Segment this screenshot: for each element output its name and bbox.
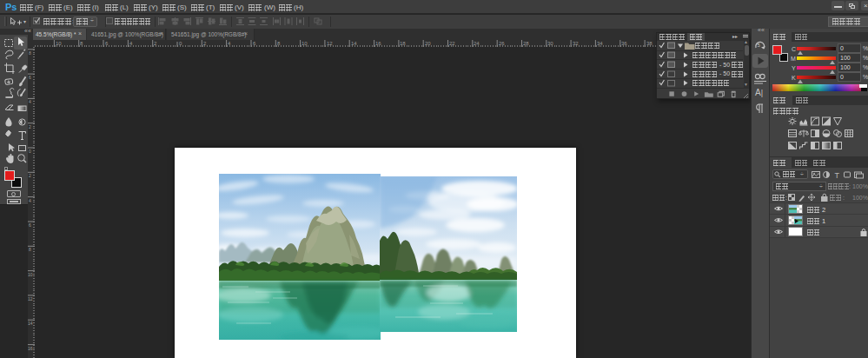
- svg-text:8: 8: [277, 41, 281, 46]
- svg-text:8: 8: [80, 41, 83, 46]
- svg-text:4: 4: [29, 198, 31, 203]
- svg-text:36: 36: [621, 41, 627, 46]
- svg-text:4: 4: [29, 99, 31, 104]
- svg-text:16: 16: [375, 41, 381, 46]
- svg-text:10: 10: [56, 41, 62, 46]
- svg-text:34: 34: [597, 41, 603, 46]
- svg-text:18: 18: [400, 41, 406, 46]
- svg-text:22: 22: [449, 41, 455, 46]
- svg-text:2: 2: [154, 41, 157, 46]
- svg-text:2: 2: [29, 124, 31, 129]
- svg-text:30: 30: [547, 41, 553, 46]
- svg-text:12: 12: [28, 296, 33, 302]
- svg-text:6: 6: [29, 75, 31, 80]
- svg-text:2: 2: [203, 41, 207, 46]
- svg-text:14: 14: [28, 321, 33, 326]
- svg-text:8: 8: [29, 247, 31, 252]
- svg-text:26: 26: [499, 41, 505, 46]
- svg-text:T: T: [835, 171, 840, 180]
- svg-text:8: 8: [29, 50, 31, 56]
- svg-text:6: 6: [105, 41, 109, 46]
- svg-text:0: 0: [179, 41, 182, 46]
- svg-text:24: 24: [474, 41, 480, 46]
- svg-text:32: 32: [573, 41, 579, 46]
- svg-text:6: 6: [29, 222, 31, 228]
- svg-text:2: 2: [29, 173, 31, 178]
- svg-text:10: 10: [301, 41, 308, 46]
- svg-text:10: 10: [28, 272, 33, 277]
- svg-text:20: 20: [425, 41, 431, 46]
- svg-text:6: 6: [253, 41, 256, 46]
- svg-text:28: 28: [523, 41, 529, 46]
- svg-text:38: 38: [646, 41, 653, 46]
- svg-text:14: 14: [351, 41, 357, 46]
- svg-text:16: 16: [28, 346, 33, 351]
- svg-text:12: 12: [327, 41, 333, 46]
- svg-text:0: 0: [29, 149, 31, 154]
- svg-text:4: 4: [228, 41, 231, 46]
- svg-text:4: 4: [129, 41, 133, 46]
- svg-text:5: 5: [758, 43, 761, 48]
